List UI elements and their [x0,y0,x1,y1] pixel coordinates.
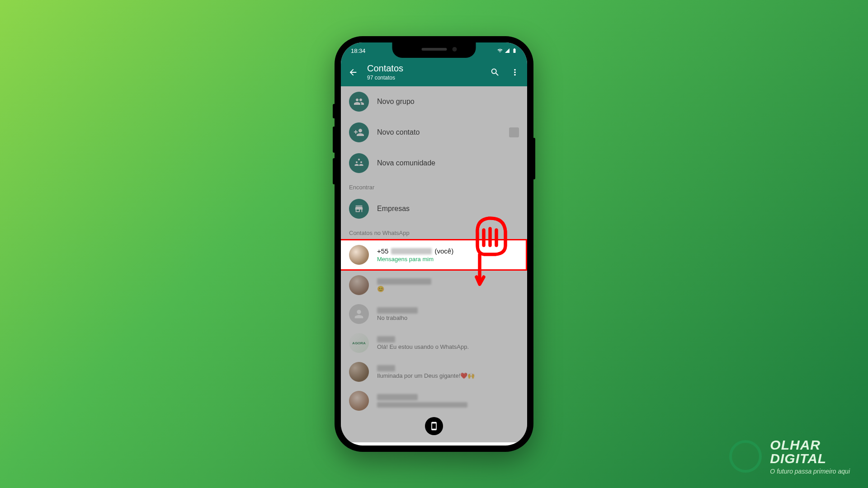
redacted-status [377,402,467,408]
volume-up-button [333,127,335,153]
redacted-name [377,307,418,314]
search-icon[interactable] [490,67,500,77]
back-arrow-icon[interactable] [348,67,358,77]
brand-tagline: O futuro passa primeiro aqui [770,468,850,474]
page-title: Contatos [367,63,481,74]
app-header: Contatos 97 contatos [341,59,527,86]
brand-line1: OLHAR [770,438,850,452]
page-subtitle: 97 contatos [367,75,481,81]
avatar [349,245,369,265]
phone-sync-icon [429,422,439,431]
avatar [349,362,369,382]
community-icon [349,153,369,173]
wifi-icon [497,48,503,53]
content-area: Novo grupo Novo contato Nova comunidade … [341,86,527,442]
new-group-label: Novo grupo [377,98,415,106]
status-time: 18:34 [351,47,366,54]
contact-row[interactable] [341,386,527,415]
signal-icon [505,48,510,53]
phone-notch [392,42,476,58]
contact-status: No trabalho [377,314,519,321]
contact-row[interactable]: No trabalho [341,300,527,328]
redacted-name [377,278,431,285]
qr-code-icon[interactable] [509,127,519,137]
find-section-label: Encontrar [341,178,527,193]
phone-frame: 18:34 Contatos 97 contatos [335,36,533,452]
phone-screen: 18:34 Contatos 97 contatos [341,42,527,446]
add-contact-icon [349,122,369,142]
group-icon [349,92,369,112]
contact-status: Iluminada por um Deus gigante!❤️🙌 [377,372,519,379]
avatar [349,391,369,411]
avatar [349,304,369,324]
silent-switch [333,104,335,118]
contact-row[interactable]: AGORA Olá! Eu estou usando o WhatsApp. [341,328,527,357]
redacted-name [377,394,418,400]
contact-status: Olá! Eu estou usando o WhatsApp. [377,343,519,350]
volume-down-button [333,158,335,184]
businesses-label: Empresas [377,205,410,213]
redacted-number [391,248,432,254]
brand-watermark: OLHAR DIGITAL O futuro passa primeiro aq… [729,438,850,474]
brand-line2: DIGITAL [770,452,850,465]
redacted-name [377,336,395,343]
new-contact-label: Novo contato [377,128,420,136]
pointing-hand-annotation [464,213,514,294]
battery-icon [512,48,517,53]
more-options-icon[interactable] [510,67,520,77]
new-contact-row[interactable]: Novo contato [341,117,527,148]
avatar: AGORA [349,333,369,353]
new-community-label: Nova comunidade [377,159,435,167]
brand-logo-ring [729,440,762,473]
redacted-name [377,365,395,371]
new-community-row[interactable]: Nova comunidade [341,148,527,178]
new-group-row[interactable]: Novo grupo [341,86,527,117]
contact-row[interactable]: Iluminada por um Deus gigante!❤️🙌 [341,357,527,386]
fab-button[interactable] [425,417,443,435]
store-icon [349,199,369,219]
avatar [349,275,369,295]
power-button [533,138,535,179]
